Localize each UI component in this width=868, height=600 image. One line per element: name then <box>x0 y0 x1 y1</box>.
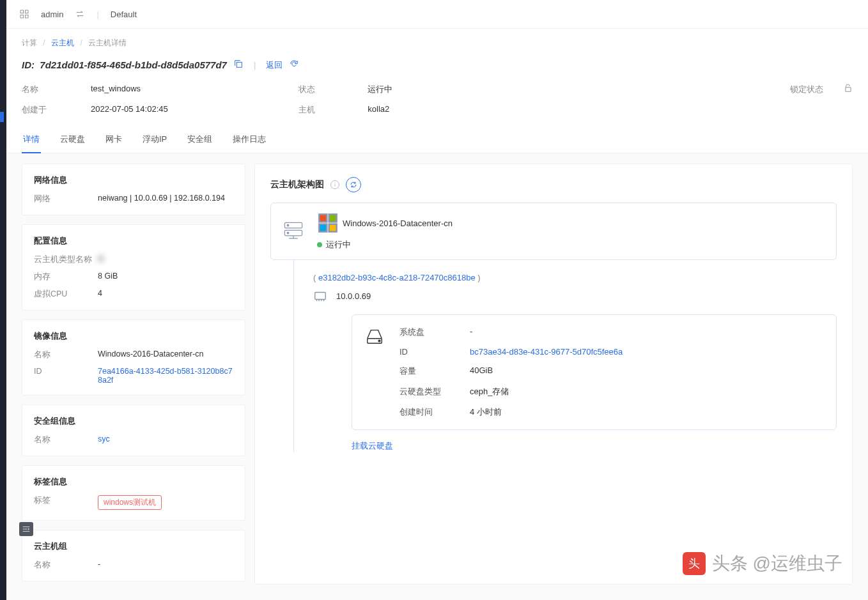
disk-id-link[interactable]: bc73ae34-d83e-431c-9677-5d70fc5fee6a <box>470 347 623 357</box>
svg-rect-0 <box>20 10 24 13</box>
vm-status: 运行中 <box>326 240 351 249</box>
left-column: 网络信息 网络neiwang | 10.0.0.69 | 192.168.0.1… <box>22 164 245 585</box>
vcpu-value: 4 <box>98 289 102 300</box>
status-label: 状态 <box>298 84 337 95</box>
grp-card-title: 云主机组 <box>34 541 233 552</box>
attach-volume-link[interactable]: 挂载云硬盘 <box>352 441 393 450</box>
copy-icon <box>233 59 244 69</box>
grp-value: - <box>98 560 100 571</box>
host-label: 主机 <box>298 104 337 116</box>
grid-icon[interactable] <box>19 9 29 19</box>
svg-point-8 <box>287 232 289 234</box>
tag-card-title: 标签信息 <box>34 476 233 488</box>
config-card: 配置信息 云主机类型名称G 内存8 GiB 虚拟CPU4 <box>22 224 245 311</box>
svg-rect-9 <box>319 214 327 222</box>
status-dot <box>317 242 322 247</box>
svg-rect-2 <box>20 15 24 18</box>
network-value: neiwang | 10.0.0.69 | 192.168.0.194 <box>98 194 225 204</box>
ip-value: 10.0.0.69 <box>336 291 371 301</box>
id-row: ID: 7d21dd01-f854-465d-b1bd-d8d5da0577d7… <box>6 49 868 84</box>
collapse-icon <box>22 525 31 534</box>
separator: | <box>97 10 98 19</box>
image-name-value: Windows-2016-Datacenter-cn <box>98 350 203 360</box>
svg-rect-12 <box>329 224 337 232</box>
topbar: admin | Default <box>6 0 868 29</box>
tab-nic[interactable]: 网卡 <box>104 128 123 153</box>
info-icon[interactable]: i <box>330 180 339 189</box>
tag-card: 标签信息 标签windows测试机 <box>22 465 245 521</box>
image-card: 镜像信息 名称Windows-2016-Datacenter-cn ID7ea4… <box>22 319 245 396</box>
svg-point-7 <box>287 224 289 226</box>
breadcrumb-l3: 云主机详情 <box>88 38 127 47</box>
windows-icon <box>317 212 339 234</box>
network-card-title: 网络信息 <box>34 174 233 186</box>
svg-rect-1 <box>25 10 28 13</box>
swap-icon[interactable] <box>75 9 85 19</box>
refresh-arch-button[interactable] <box>346 177 361 192</box>
status-value: 运行中 <box>368 84 392 95</box>
nic-icon <box>313 289 327 303</box>
image-id-link[interactable]: 7ea4166a-4133-425d-b581-3120b8c78a2f <box>98 367 233 385</box>
disk-icon <box>365 327 384 346</box>
disk-node[interactable]: 系统盘- IDbc73ae34-d83e-431c-9677-5d70fc5fe… <box>352 314 837 430</box>
breadcrumb-l1[interactable]: 计算 <box>22 38 37 47</box>
created-label: 创建于 <box>22 104 60 116</box>
architecture-card: 云主机架构图 i Windows-2016-Datacenter-cn 运行中 <box>254 164 853 585</box>
breadcrumb-l2[interactable]: 云主机 <box>51 38 74 47</box>
tab-log[interactable]: 操作日志 <box>231 128 267 153</box>
svg-rect-3 <box>25 15 28 18</box>
svg-rect-13 <box>315 293 326 300</box>
network-card: 网络信息 网络neiwang | 10.0.0.69 | 192.168.0.1… <box>22 164 245 215</box>
copy-button[interactable] <box>233 59 244 71</box>
project-name[interactable]: Default <box>111 10 137 19</box>
main-content: admin | Default 计算 / 云主机 / 云主机详情 ID: 7d2… <box>6 0 868 600</box>
svg-rect-11 <box>319 224 327 232</box>
refresh-icon <box>289 59 299 69</box>
security-group-card: 安全组信息 名称syc <box>22 404 245 456</box>
body: 网络信息 网络neiwang | 10.0.0.69 | 192.168.0.1… <box>6 153 868 600</box>
tab-detail[interactable]: 详情 <box>22 128 41 153</box>
tab-security-group[interactable]: 安全组 <box>186 128 213 153</box>
refresh-button[interactable] <box>289 59 299 71</box>
tag-chip[interactable]: windows测试机 <box>98 495 162 510</box>
user-name[interactable]: admin <box>41 10 63 19</box>
refresh-icon <box>350 181 357 188</box>
svg-rect-4 <box>236 62 242 67</box>
collapse-sidebar-button[interactable] <box>19 522 33 536</box>
tabs: 详情 云硬盘 网卡 浮动IP 安全组 操作日志 <box>6 119 868 153</box>
lock-icon <box>844 84 853 95</box>
config-card-title: 配置信息 <box>34 235 233 247</box>
lock-label: 锁定状态 <box>790 84 828 95</box>
tab-floating-ip[interactable]: 浮动IP <box>141 128 168 153</box>
id-label: ID: 7d21dd01-f854-465d-b1bd-d8d5da0577d7 <box>22 59 227 70</box>
svg-rect-10 <box>329 214 337 222</box>
sidebar-active-indicator <box>0 112 4 122</box>
server-group-card: 云主机组 名称- <box>22 530 245 581</box>
name-label: 名称 <box>22 84 60 95</box>
sg-name-link[interactable]: syc <box>98 435 110 445</box>
flavor-value: G <box>98 254 104 265</box>
created-value: 2022-07-05 14:02:45 <box>91 104 168 116</box>
name-value: test_windows <box>91 84 141 95</box>
svg-point-15 <box>378 340 380 342</box>
sg-card-title: 安全组信息 <box>34 415 233 427</box>
vm-node[interactable]: Windows-2016-Datacenter-cn 运行中 <box>270 203 837 260</box>
back-link[interactable]: 返回 <box>266 59 283 71</box>
port-id-link[interactable]: e3182db2-b93c-4c8c-a218-72470c8618be <box>318 273 476 282</box>
server-icon <box>283 220 304 242</box>
tab-volume[interactable]: 云硬盘 <box>59 128 86 153</box>
vm-name: Windows-2016-Datacenter-cn <box>343 219 453 228</box>
memory-value: 8 GiB <box>98 272 118 282</box>
image-card-title: 镜像信息 <box>34 330 233 342</box>
arch-title: 云主机架构图 <box>270 179 324 190</box>
summary-grid: 名称test_windows 状态运行中 锁定状态 创建于2022-07-05 … <box>6 84 868 119</box>
breadcrumb: 计算 / 云主机 / 云主机详情 <box>6 29 868 49</box>
sidebar <box>0 0 6 600</box>
host-value: kolla2 <box>368 104 389 116</box>
